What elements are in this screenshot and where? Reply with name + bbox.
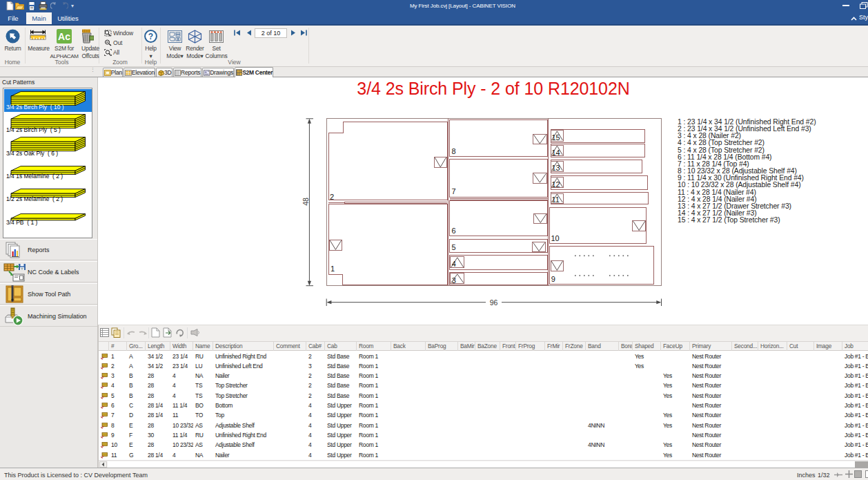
svg-text:11: 11 xyxy=(552,195,560,204)
svg-text:1: 1 xyxy=(331,265,335,273)
svg-text:14: 14 xyxy=(552,148,560,157)
svg-text:48: 48 xyxy=(302,198,310,206)
svg-text:9: 9 xyxy=(551,275,555,283)
svg-text:15: 15 xyxy=(552,133,560,142)
svg-text:10: 10 xyxy=(551,234,560,242)
svg-text:6: 6 xyxy=(452,227,456,235)
svg-text:3: 3 xyxy=(452,276,456,285)
svg-text:5: 5 xyxy=(452,243,456,251)
svg-text:12: 12 xyxy=(552,180,560,189)
svg-text:13: 13 xyxy=(552,164,560,172)
svg-text:8: 8 xyxy=(452,147,456,155)
svg-text:Ac: Ac xyxy=(58,31,70,42)
svg-text:96: 96 xyxy=(490,298,498,307)
svg-text:7: 7 xyxy=(452,187,456,195)
svg-text:4: 4 xyxy=(452,260,456,268)
svg-text:?: ? xyxy=(148,32,153,41)
svg-text:2: 2 xyxy=(330,193,334,201)
